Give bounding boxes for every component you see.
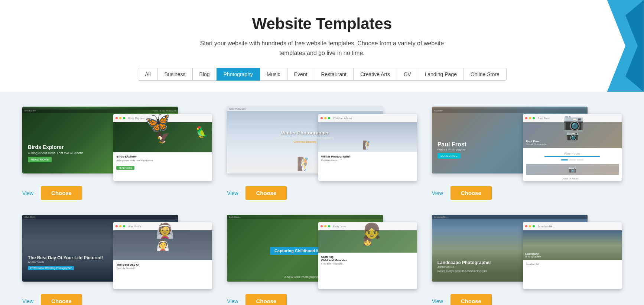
page-subtitle: Start your website with hundreds of free… [192,39,452,58]
landscape-secondary-preview: Jonathan Bil... Landscape Photographer J… [523,222,622,289]
paul-cta: SUBSCRIBE [438,153,461,159]
c-sec-title: Early Laura [333,225,347,228]
birds-subtitle: A Blog About Birds That We All Adore [28,151,83,155]
winter-secondary-preview: Christian Adams 🧗 Winter Photographer Ch… [318,114,417,181]
birds-choose-button[interactable]: Choose [41,186,82,200]
wedding-actions: View Choose [22,294,212,305]
birds-cta: READ MORE [28,157,52,162]
landscape-view-button[interactable]: View [432,296,443,305]
wedding-title: The Best Day Of Your Life Pictured! [28,255,103,260]
p-dot-yellow [529,117,531,119]
template-preview-winter: Winter Photographer Winter Photographer … [227,107,417,181]
portfolio-dots [526,158,619,162]
paul-actions: View Choose [432,186,622,200]
pf-hero-text: Paul Frost Portrait Photographer [526,140,547,145]
birds-overlay: Birds Explorer A Blog About Birds That W… [28,144,83,162]
filter-creative-arts[interactable]: Creative Arts [353,68,397,81]
wedding-choose-button[interactable]: Choose [41,294,82,305]
paul-role: Portrait Photographer [438,148,466,151]
winter-choose-button[interactable]: Choose [245,186,287,200]
arrow-decoration [603,0,644,92]
template-card-paul-frost: Paul Frost 📷 Paul Frost Portrait Photogr… [432,107,622,200]
landscape-choose-button[interactable]: Choose [451,294,492,305]
main-content: 🦋 Birds Explorer HOME BLOG PROJECTS Bird… [0,92,644,305]
winter-actions: View Choose [227,186,417,200]
page-title: Website Templates [7,15,637,33]
landscape-overlay: Landscape Photographer Jonathan Bill Nat… [438,260,491,272]
pf-role: Portrait Photographer [526,143,547,145]
sec-template-name: Birds Explorer [116,155,209,158]
templates-grid: 🦋 Birds Explorer HOME BLOG PROJECTS Bird… [22,107,622,305]
l-dot-green [533,225,535,227]
paul-view-button[interactable]: View [432,188,443,198]
filter-landing-page[interactable]: Landing Page [418,68,464,81]
sec-text-birds: Birds Explorer A Blog About Birds That W… [113,152,212,173]
birds-view-button[interactable]: View [22,188,33,198]
template-card-landscape: Jonatanan Bil... Landscape Photographer … [432,215,622,305]
template-card-wedding: Adam Smith 👰 The Best Day Of Your Life P… [22,215,212,305]
sec-title: Birds Explorer [128,117,144,120]
pf-name: Paul Frost [526,140,547,143]
p-sec-title: Paul Frost [538,117,550,120]
w-dot-yellow [324,117,326,119]
w-dot-red [321,117,323,119]
childhood-choose-button[interactable]: Choose [245,294,287,305]
template-preview-wedding: Adam Smith 👰 The Best Day Of Your Life P… [22,215,212,289]
dot-green [123,117,125,119]
c-dot-green [328,225,330,227]
portfolio-label-2: Jonathan Bil... [523,177,622,181]
template-preview-landscape: Jonatanan Bil... Landscape Photographer … [432,215,622,289]
w2-dot-green [123,225,125,227]
w2-dot-red [116,225,118,227]
filter-all[interactable]: All [138,68,158,81]
dot-1 [561,159,568,160]
c-dot-red [321,225,323,227]
filter-photography[interactable]: Photography [217,68,260,81]
template-preview-paul: Paul Frost 📷 Paul Frost Portrait Photogr… [432,107,622,181]
template-preview-childhood: Early Zinnia... 👧 Capturing Childhood Me… [227,215,417,289]
dot-3 [577,159,583,160]
p-dot-green [533,117,535,119]
wedding-name: Adam Smith [28,260,103,264]
filter-online-store[interactable]: Online Store [464,68,507,81]
paul-name: Paul Frost [438,141,466,148]
wedding-overlay: The Best Day Of Your Life Pictured! Adam… [28,255,103,270]
paul-choose-button[interactable]: Choose [451,186,492,200]
w-sec-title: Christian Adams [333,117,352,120]
winter-view-button[interactable]: View [227,188,238,198]
c-dot-yellow [324,225,326,227]
filter-restaurant[interactable]: Restaurant [314,68,353,81]
birds-title: Birds Explorer [28,144,83,150]
sec-read-more: READ MORE [116,166,134,170]
filter-event[interactable]: Event [287,68,315,81]
landscape-title: Landscape Photographer [438,260,491,265]
wedding-badge: Professional Wedding Photographer [28,266,74,270]
template-card-childhood: Early Zinnia... 👧 Capturing Childhood Me… [227,215,417,305]
childhood-actions: View Choose [227,294,417,305]
wedding-view-button[interactable]: View [22,296,33,305]
dot-red [116,117,118,119]
landscape-actions: View Choose [432,294,622,305]
w2-sec-title: Alan Smith [128,225,141,228]
childhood-view-button[interactable]: View [227,296,238,305]
template-card-birds-explorer: 🦋 Birds Explorer HOME BLOG PROJECTS Bird… [22,107,212,200]
filter-blog[interactable]: Blog [192,68,217,81]
l-dot-red [525,225,527,227]
pf-portfolio-section: PORTFOLIO [523,148,622,164]
dot-2 [569,159,576,160]
l-dot-yellow [529,225,531,227]
header-section: Website Templates Start your website wit… [0,0,644,92]
birds-actions: View Choose [22,186,212,200]
dot-yellow [119,117,121,119]
template-card-winter: Winter Photographer Winter Photographer … [227,107,417,200]
p-dot-red [525,117,527,119]
filter-business[interactable]: Business [157,68,193,81]
portfolio-label: PORTFOLIO [526,150,619,156]
template-preview-birds: 🦋 Birds Explorer HOME BLOG PROJECTS Bird… [22,107,212,181]
l-sec-title: Jonathan Bil... [538,225,554,228]
landscape-sub: Jonathan Bill [438,265,491,269]
filter-cv[interactable]: CV [397,68,418,81]
filter-tabs: All Business Blog Photography Music Even… [7,68,637,81]
sec-template-sub: A Blog About Birds That We All Adore [116,159,209,162]
filter-music[interactable]: Music [260,68,287,81]
